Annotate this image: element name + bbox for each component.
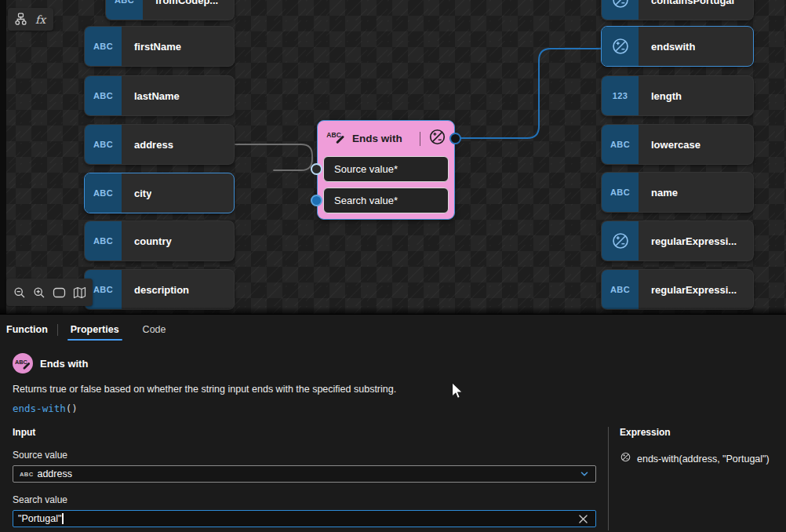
node-firstname[interactable]: ABCfirstName (84, 26, 235, 67)
input-heading: Input (13, 427, 596, 438)
schema-tree-icon[interactable] (12, 10, 31, 29)
minimap-icon[interactable] (70, 283, 89, 302)
node-label: regularExpressi... (639, 221, 737, 261)
zoom-out-icon[interactable] (10, 283, 29, 302)
source-value-dropdown[interactable]: ABC address (13, 465, 596, 483)
string-type-icon: ABC (85, 27, 122, 66)
boolean-category-icon (428, 127, 447, 150)
string-type-icon: ABC (85, 76, 122, 115)
boolean-category-icon (620, 451, 631, 466)
boolean-type-icon (602, 27, 639, 66)
node-regularexpressi[interactable]: regularExpressi... (601, 220, 754, 261)
string-function-icon: ABC (326, 130, 345, 147)
source-value-selected: address (37, 468, 71, 479)
node-label: endswith (639, 27, 695, 66)
node-label: city (122, 173, 151, 213)
function-input-search-value[interactable]: Search value* (323, 188, 449, 213)
text-caret (62, 513, 64, 524)
source-value-label: Source value (13, 450, 596, 461)
function-description: Returns true or false based on whether t… (13, 384, 773, 395)
input-section: Input Source value ABC address Search va… (0, 427, 608, 530)
function-output-handle[interactable] (449, 133, 461, 144)
node-label: description (122, 270, 189, 309)
search-value-input[interactable]: "Portugal" (13, 510, 596, 527)
string-type-icon: ABC (602, 173, 639, 212)
chevron-down-icon (580, 469, 589, 479)
function-signature: ends-with() (13, 403, 773, 414)
header-divider (420, 132, 420, 146)
node-label: lowercase (639, 125, 700, 164)
node-label: fromCodep... (143, 0, 218, 20)
canvas-toolbar-bottom (6, 279, 93, 306)
node-label: firstName (122, 27, 181, 66)
zoom-in-icon[interactable] (30, 283, 49, 302)
node-fromcodep[interactable]: ABCfromCodep... (105, 0, 235, 20)
svg-text:ABC: ABC (15, 358, 28, 365)
fit-view-icon[interactable] (50, 283, 69, 302)
svg-text:ABC: ABC (326, 131, 340, 139)
boolean-type-icon (602, 221, 639, 261)
node-label: address (122, 125, 173, 164)
search-value-text: "Portugal" (18, 513, 61, 524)
panel-title: Function (6, 324, 48, 335)
node-label: length (639, 76, 682, 115)
tabs-divider (57, 324, 58, 336)
function-name: Ends with (40, 358, 88, 370)
string-type-icon: ABC (602, 270, 639, 309)
tab-properties[interactable]: Properties (69, 315, 121, 344)
function-node-header: ABC Ends with (318, 121, 454, 156)
node-label: name (639, 173, 678, 212)
node-city[interactable]: ABCcity (84, 173, 235, 213)
node-address[interactable]: ABCaddress (84, 124, 235, 165)
node-name[interactable]: ABCname (601, 172, 754, 213)
function-node-ends-with[interactable]: ABC Ends with Source value* Search value… (317, 120, 455, 220)
node-endswith[interactable]: endswith (601, 26, 754, 67)
function-node-title: Ends with (352, 133, 402, 144)
string-function-icon: ABC (13, 353, 33, 373)
canvas-toolbar-top: fx (8, 8, 53, 31)
edge-endswith-to-target[interactable] (456, 49, 602, 138)
function-header: ABC Ends with (13, 353, 786, 373)
tab-code[interactable]: Code (141, 315, 168, 344)
node-containsportugal[interactable]: containsPortugal (601, 0, 754, 20)
node-label: lastName (122, 76, 180, 115)
string-type-icon: ABC (85, 173, 122, 213)
node-label: country (122, 221, 172, 261)
function-input-source-value[interactable]: Source value* (323, 156, 449, 182)
panel-tabs: Function Properties Code (0, 315, 786, 344)
string-type-tag: ABC (20, 471, 33, 478)
expression-value: ends-with(address, "Portugal") (637, 454, 770, 465)
clear-input-icon[interactable] (575, 511, 591, 527)
source-value-handle[interactable] (311, 163, 322, 175)
mapper-canvas[interactable]: fx ABCfromCodep...ABCfirstNameABClastNam… (0, 0, 786, 314)
node-lowercase[interactable]: ABClowercase (601, 124, 754, 165)
function-list-icon[interactable]: fx (31, 10, 50, 29)
search-value-handle[interactable] (311, 195, 322, 206)
string-type-icon: ABC (85, 125, 122, 164)
node-country[interactable]: ABCcountry (84, 220, 235, 261)
function-properties-panel: Function Properties Code ABC Ends with R… (0, 314, 786, 532)
node-length[interactable]: 123length (601, 75, 754, 116)
expression-section: Expression ends-with(address, "Portugal"… (608, 427, 786, 530)
node-description[interactable]: ABCdescription (84, 269, 235, 310)
number-type-icon: 123 (602, 76, 639, 115)
expression-heading: Expression (620, 427, 786, 438)
edge-address-to-source-value[interactable] (235, 144, 312, 170)
node-label: regularExpressi... (639, 270, 737, 309)
node-label: containsPortugal (639, 0, 734, 20)
search-value-label: Search value (13, 494, 596, 505)
string-type-icon: ABC (106, 0, 143, 20)
string-type-icon: ABC (85, 221, 122, 261)
node-lastname[interactable]: ABClastName (84, 75, 235, 116)
string-type-icon: ABC (602, 125, 639, 164)
boolean-type-icon (602, 0, 639, 20)
node-regularexpressi-2[interactable]: ABCregularExpressi... (601, 269, 754, 310)
